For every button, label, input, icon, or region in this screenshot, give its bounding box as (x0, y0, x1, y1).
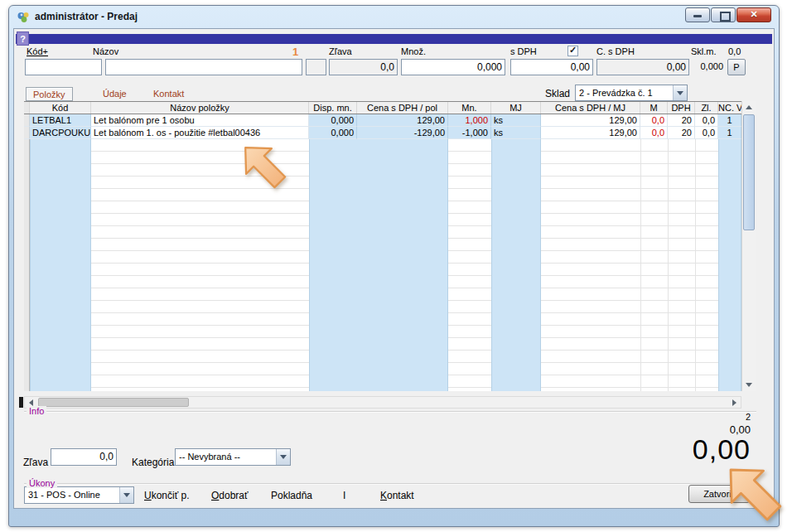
col-nc-vyr[interactable]: NC. Výr. (718, 102, 741, 114)
table-row[interactable]: DARCPOUKUPL Let balónom 1. os - použitie… (24, 127, 741, 139)
cell-cena-mj: 129,00 (541, 114, 640, 127)
annotation-arrow-total (719, 458, 785, 525)
chevron-down-icon[interactable] (276, 449, 290, 465)
cell-mn: -1,000 (448, 127, 491, 139)
menu-bar (16, 34, 772, 44)
col-zl[interactable]: Zl. (695, 102, 718, 114)
sklm-value: 0,000 (677, 61, 723, 71)
col-cena-pol[interactable]: Cena s DPH / pol (357, 102, 448, 114)
csdph-label: C. s DPH (596, 46, 635, 56)
zlava-label: Zľava (329, 46, 352, 56)
kod-input[interactable] (25, 59, 102, 75)
cell-cena-mj: 129,00 (541, 127, 640, 139)
mnoz-field[interactable]: 0,000 (401, 59, 505, 75)
nazov-label: Názov (93, 46, 118, 56)
odobrat-button[interactable]: Odobrať (211, 490, 249, 501)
sklad-label: Sklad (545, 88, 570, 99)
chevron-down-icon[interactable] (119, 487, 133, 503)
col-kod[interactable]: Kód (30, 102, 91, 114)
stripe-mj (491, 114, 541, 391)
cell-m: 0,0 (640, 114, 668, 127)
col-nazov[interactable]: Názov položky (91, 102, 309, 114)
cell-nc: 1 (718, 114, 741, 127)
sklm-label: Skl.m. (691, 46, 717, 56)
kategoria-value: -- Nevybraná -- (179, 452, 240, 462)
scroll-left-icon[interactable] (29, 399, 33, 406)
i-button[interactable]: I (343, 490, 345, 501)
table-row[interactable]: LETBAL1 Let balónom pre 1 osobu 0,000 12… (24, 114, 741, 127)
maximize-button[interactable] (711, 7, 736, 22)
client-area: ? Kód+ Názov 1 Zľava Množ. s DPH C. s DP… (13, 28, 775, 509)
cell-mj: ks (491, 114, 541, 127)
table-header: Kód Názov položky Disp. mn. Cena s DPH /… (24, 101, 741, 114)
vertical-scrollbar[interactable] (741, 101, 756, 391)
col-m[interactable]: M (640, 102, 668, 114)
kod-label: Kód+ (27, 46, 48, 56)
help-button[interactable]: ? (17, 31, 29, 46)
cell-disp: 0,000 (309, 127, 357, 139)
action-value: 31 - POS - Online (28, 490, 100, 500)
stripe-nc (718, 114, 741, 391)
cell-kod: LETBAL1 (30, 114, 91, 127)
pokladna-button[interactable]: Pokladňa (271, 490, 312, 501)
col-dph[interactable]: DPH (668, 102, 695, 114)
cell-cena-pol: -129,00 (357, 127, 448, 139)
cell-nazov: Let balónom pre 1 osobu (91, 114, 309, 127)
items-table: Kód Názov položky Disp. mn. Cena s DPH /… (24, 101, 756, 391)
zlava-field: 0,0 (329, 59, 398, 75)
zlava-bottom-input[interactable]: 0,0 (51, 448, 117, 466)
selector-header (24, 102, 30, 114)
item-count: 2 (746, 412, 751, 422)
stripe-kod (30, 114, 91, 391)
info-group-label: Info (27, 406, 46, 416)
sdph-checkbox[interactable] (567, 46, 578, 56)
info-group-border (24, 411, 756, 413)
horizontal-scrollbar[interactable] (24, 396, 741, 409)
col-disp[interactable]: Disp. mn. (309, 102, 357, 114)
gridline (695, 114, 696, 391)
gridline (668, 114, 669, 391)
vertical-scroll-thumb[interactable] (743, 114, 755, 230)
kategoria-dropdown[interactable]: -- Nevybraná -- (175, 448, 291, 466)
small-flag-box (306, 59, 326, 75)
col-mn[interactable]: Mn. (448, 102, 491, 114)
app-window: administrátor - Predaj ? Kód+ Názov 1 Zľ… (8, 5, 780, 527)
tab-polozky[interactable]: Položky (26, 87, 73, 101)
mnoz-label: Množ. (401, 46, 426, 56)
cell-nazov: Let balónom 1. os - použitie #letbal0043… (91, 127, 309, 139)
chevron-down-icon[interactable] (673, 85, 687, 100)
step-marker: 1 (292, 46, 298, 58)
tab-udaje[interactable]: Údaje (96, 87, 133, 101)
sklad-value: 2 - Prevádzka č. 1 (579, 88, 653, 98)
sdph-field[interactable]: 0,00 (510, 59, 593, 75)
col-mj[interactable]: MJ (491, 102, 541, 114)
gridline (640, 114, 641, 391)
kontakt-button[interactable]: Kontakt (380, 490, 414, 501)
scroll-up-icon[interactable] (746, 105, 752, 109)
record-position-marker (19, 397, 23, 408)
app-icon (17, 11, 30, 24)
sklad-dropdown[interactable]: 2 - Prevádzka č. 1 (575, 85, 688, 101)
ukoncit-button[interactable]: Ukončiť p. (144, 490, 190, 501)
cell-zl: 0,0 (695, 114, 718, 127)
window-title: administrátor - Predaj (35, 11, 138, 22)
zlava-bottom-label: Zľava (23, 457, 48, 468)
ukony-group-border (24, 483, 756, 485)
horizontal-scroll-thumb[interactable] (38, 398, 189, 407)
nazov-input[interactable] (105, 59, 302, 75)
close-button[interactable] (736, 7, 771, 22)
table-body: LETBAL1 Let balónom pre 1 osobu 0,000 12… (24, 114, 741, 391)
scroll-right-icon[interactable] (732, 399, 736, 406)
cell-dph: 20 (668, 127, 695, 139)
annotation-arrow-voucher (236, 138, 289, 191)
action-dropdown[interactable]: 31 - POS - Online (24, 486, 134, 504)
ukony-group-label: Úkony (27, 478, 57, 488)
cell-zl: 0,0 (695, 127, 718, 139)
tab-kontakt[interactable]: Kontakt (147, 87, 191, 101)
csdph-field: 0,00 (596, 59, 689, 75)
scroll-down-icon[interactable] (746, 383, 752, 387)
col-cena-mj[interactable]: Cena s DPH / MJ (541, 102, 640, 114)
minimize-button[interactable] (685, 7, 710, 22)
titlebar: administrátor - Predaj (9, 6, 779, 28)
p-button[interactable]: P (727, 59, 746, 75)
